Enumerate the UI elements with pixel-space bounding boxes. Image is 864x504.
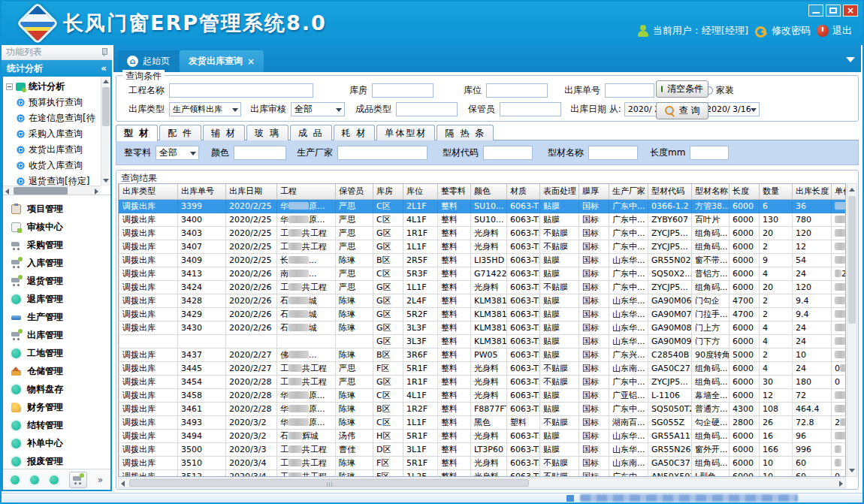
maximize-button[interactable]: [826, 5, 841, 17]
sidebar-item-物料盘存[interactable]: 物料盘存: [3, 380, 110, 398]
sidebar-item-工地管理[interactable]: 工地管理: [3, 344, 110, 362]
more-modules-button[interactable]: »: [98, 476, 103, 484]
column-header-颜色[interactable]: 颜色: [471, 184, 507, 199]
minimize-button[interactable]: [808, 5, 823, 17]
table-row[interactable]: 调拨出库34282020/2/26石城陈琳G区2L4F整料KLM38176063…: [119, 294, 847, 307]
close-button[interactable]: ×: [843, 5, 858, 17]
date-to-picker[interactable]: 2020/ 3/16: [702, 102, 760, 116]
location-input[interactable]: [486, 83, 548, 98]
column-header-出库类型[interactable]: 出库类型: [119, 184, 178, 199]
scroll-right-icon[interactable]: [839, 481, 843, 487]
sidebar-item-入库管理[interactable]: 入库管理: [3, 254, 110, 272]
collapse-icon[interactable]: «: [101, 63, 107, 74]
material-tab-隔热条[interactable]: 隔 热 条: [437, 125, 494, 140]
column-header-生产厂家[interactable]: 生产厂家: [609, 184, 648, 199]
tab-list-dropdown-icon[interactable]: [846, 57, 855, 62]
sidebar-item-退库管理[interactable]: 退库管理: [3, 290, 110, 308]
scroll-right-icon[interactable]: [95, 189, 98, 195]
tab-home[interactable]: ⌂ 起始页: [118, 50, 179, 72]
table-row[interactable]: 调拨出库34372020/2/27佛...陈琳B区3R6F整料PW056063-…: [119, 348, 847, 361]
column-header-出库日期[interactable]: 出库日期: [226, 184, 277, 199]
table-row[interactable]: 调拨出库35102020/3/4工共工程陈琳F区5R1F整料光身料6063-T5…: [119, 456, 847, 469]
profile-name-input[interactable]: [588, 146, 638, 160]
tree-vertical-scrollbar[interactable]: [101, 77, 110, 186]
results-horizontal-scrollbar[interactable]: [118, 478, 846, 488]
column-header-膜厚[interactable]: 膜厚: [579, 184, 609, 199]
cart-tool-button[interactable]: [69, 472, 87, 488]
quick-module-icon[interactable]: [30, 475, 39, 484]
quick-module-icon[interactable]: [50, 475, 59, 484]
table-row[interactable]: 调拨出库35122020/3/4工共工程陈琳F区1L2F整料光身料6063-T5…: [119, 469, 847, 477]
tree-item-1[interactable]: 预算执行查询: [5, 95, 100, 110]
tab-close-icon[interactable]: ×: [247, 56, 255, 67]
scroll-up-icon[interactable]: [849, 188, 855, 192]
search-button[interactable]: 查 询: [656, 102, 708, 119]
table-row[interactable]: G区3L3F整料KLM38176063-T5贴膜国标山东华...GA90M09.…: [119, 334, 847, 348]
scroll-up-icon[interactable]: [103, 80, 109, 83]
results-vertical-scrollbar[interactable]: [847, 183, 857, 477]
material-tab-耗材[interactable]: 耗 材: [334, 125, 376, 140]
tab-shipment-query[interactable]: 发货出库查询 ×: [180, 50, 264, 72]
tree-item-5[interactable]: 收货入库查询: [5, 158, 100, 174]
sidebar-item-退货管理[interactable]: 退货管理: [3, 272, 110, 290]
table-row[interactable]: 调拨出库34092020/2/25长...陈琳B区2R5F整料LI35HD606…: [119, 253, 847, 267]
logout-button[interactable]: 退出: [817, 24, 852, 38]
tree-root-stats[interactable]: 统计分析: [5, 78, 100, 95]
column-header-出库长度[interactable]: 出库长度: [793, 184, 832, 199]
column-header-表面处理[interactable]: 表面处理: [540, 184, 579, 199]
results-vscroll-thumb[interactable]: [848, 196, 856, 324]
table-row[interactable]: 调拨出库34242020/2/26工共工程严思G区1L1F整料光身料6063-T…: [119, 280, 847, 294]
scroll-left-icon[interactable]: [121, 481, 125, 487]
results-hscroll-thumb[interactable]: [129, 479, 529, 487]
warehouse-input[interactable]: [372, 83, 434, 98]
table-row[interactable]: 调拨出库34302020/2/26石城陈琳G区3L3F整料KLM38176063…: [119, 321, 847, 334]
scroll-down-icon[interactable]: [849, 469, 855, 472]
product-type-input[interactable]: [396, 102, 458, 116]
sidebar-item-结转管理[interactable]: 结转管理: [3, 416, 110, 434]
change-password-button[interactable]: 修改密码: [754, 24, 811, 38]
column-header-单价[interactable]: 单价: [832, 184, 847, 199]
column-header-工程[interactable]: 工程: [277, 184, 336, 199]
sidebar-item-补单中心[interactable]: 补单中心: [3, 434, 110, 452]
order-no-input[interactable]: [605, 83, 654, 98]
table-row[interactable]: 调拨出库34452020/2/27工共工程严思F区5R1F整料光身料6063-T…: [119, 361, 847, 375]
column-header-型材代码[interactable]: 型材代码: [648, 184, 692, 199]
column-header-库位[interactable]: 库位: [403, 184, 438, 199]
color-input[interactable]: [234, 146, 286, 160]
sidebar-item-生产管理[interactable]: 生产管理: [3, 308, 110, 326]
stats-section-header[interactable]: 统计分析 «: [2, 60, 112, 77]
material-tab-型材[interactable]: 型 材: [116, 125, 158, 141]
table-row[interactable]: 调拨出库34542020/2/28工共工程严思G区1R1F整料光身料6063-T…: [119, 375, 847, 388]
column-header-保管员[interactable]: 保管员: [336, 184, 373, 199]
tree-horizontal-scrollbar[interactable]: [3, 186, 101, 195]
material-tab-配件[interactable]: 配 件: [159, 125, 201, 140]
material-tab-辅材[interactable]: 辅 材: [203, 125, 245, 140]
material-tab-成品[interactable]: 成 品: [290, 125, 332, 140]
clear-conditions-button[interactable]: 清空条件: [656, 80, 708, 98]
material-tab-单体型材[interactable]: 单体型材: [376, 125, 435, 140]
sidebar-item-财务管理[interactable]: 财务管理: [3, 398, 110, 416]
scroll-down-icon[interactable]: [103, 179, 109, 183]
table-row[interactable]: 调拨出库34072020/2/25工共工程严思G区1L1F整料光身料6063-T…: [119, 240, 847, 253]
column-header-数量[interactable]: 数量: [760, 184, 793, 199]
scroll-left-icon[interactable]: [5, 189, 9, 195]
column-header-库房[interactable]: 库房: [373, 184, 403, 199]
tree-vscroll-thumb[interactable]: [102, 87, 110, 126]
pin-icon[interactable]: [101, 48, 107, 56]
sidebar-item-采购管理[interactable]: 采购管理: [3, 236, 110, 254]
table-row[interactable]: 调拨出库34612020/2/28华原...陈琳B区1R2F整料F8877FT6…: [119, 402, 847, 415]
table-row[interactable]: 调拨出库35002020/3/3工共工程曹佳D区3L1F整料LT3P606063…: [119, 442, 847, 456]
tree-expander-icon[interactable]: [6, 83, 13, 90]
column-header-出库单号[interactable]: 出库单号: [178, 184, 226, 199]
sidebar-item-仓储管理[interactable]: 仓储管理: [3, 362, 110, 380]
project-name-input[interactable]: [169, 83, 313, 98]
table-row[interactable]: 调拨出库34942020/3/2石辉城汤伟H区5R1F整料光身料6063-T5贴…: [119, 429, 847, 442]
whole-part-select[interactable]: 全部: [156, 146, 199, 160]
column-header-整零料[interactable]: 整零料: [438, 184, 471, 199]
keeper-input[interactable]: [500, 102, 561, 116]
material-tab-玻璃[interactable]: 玻 璃: [246, 125, 289, 140]
column-header-材质[interactable]: 材质: [507, 184, 540, 199]
sidebar-item-审核中心[interactable]: 审核中心: [3, 218, 110, 236]
tree-hscroll-thumb[interactable]: [14, 187, 68, 195]
tree-item-2[interactable]: 在途信息查询[待: [5, 110, 100, 126]
